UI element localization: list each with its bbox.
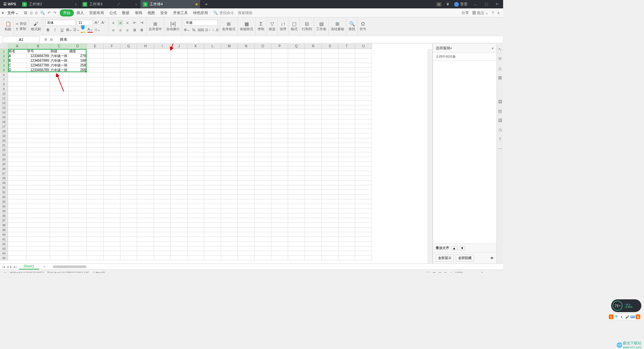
cell[interactable] [26, 129, 50, 134]
row-header[interactable]: 39 [0, 228, 8, 232]
cell[interactable] [120, 195, 137, 199]
cell[interactable] [120, 162, 137, 166]
cell[interactable] [338, 199, 355, 204]
cell[interactable] [68, 166, 87, 171]
cell[interactable] [87, 101, 104, 105]
cell[interactable] [305, 152, 322, 157]
menu-tab-layout[interactable]: 页面布局 [87, 9, 107, 17]
cell[interactable] [26, 185, 50, 190]
cell[interactable] [8, 181, 26, 185]
cell[interactable] [8, 195, 26, 199]
cell[interactable] [171, 96, 187, 101]
menu-tab-view[interactable]: 视图 [145, 9, 158, 17]
copy-button[interactable]: ⎘ 复制 [16, 27, 26, 31]
cell[interactable] [50, 124, 68, 129]
cell[interactable] [238, 162, 255, 166]
cell[interactable] [305, 68, 322, 72]
cell[interactable] [271, 228, 288, 232]
cell[interactable] [204, 213, 221, 218]
notif-badge[interactable]: 3 [436, 2, 441, 6]
cell[interactable] [322, 143, 338, 148]
comma-icon[interactable]: 000 [198, 27, 204, 33]
share-button[interactable]: 分享 [462, 10, 469, 15]
cell[interactable] [288, 185, 305, 190]
cell[interactable] [154, 176, 171, 181]
cell[interactable] [87, 148, 104, 152]
cell[interactable] [137, 58, 154, 63]
fill-color-button[interactable]: 🪣⌄ [80, 27, 86, 33]
cell[interactable] [338, 228, 355, 232]
cell[interactable] [255, 129, 271, 134]
cell[interactable] [338, 101, 355, 105]
cell[interactable] [171, 115, 187, 119]
cell[interactable]: 学号 [26, 49, 50, 54]
cell[interactable] [87, 166, 104, 171]
cell[interactable] [26, 171, 50, 176]
cell[interactable] [271, 166, 288, 171]
cell[interactable] [338, 54, 355, 58]
cell[interactable] [305, 204, 322, 209]
cell[interactable] [26, 162, 50, 166]
cell[interactable] [255, 96, 271, 101]
cell[interactable] [238, 138, 255, 143]
cell[interactable]: D [8, 68, 26, 72]
cell[interactable] [68, 218, 87, 223]
cell[interactable] [104, 223, 120, 228]
cell[interactable] [322, 72, 338, 77]
cell[interactable] [288, 101, 305, 105]
help2-icon[interactable]: ? [499, 137, 501, 142]
cell[interactable] [271, 251, 288, 256]
cell[interactable] [26, 115, 50, 119]
cell[interactable] [171, 242, 187, 246]
cell[interactable] [87, 58, 104, 63]
cell[interactable]: 姓名 [8, 49, 26, 54]
cell[interactable] [288, 49, 305, 54]
cell[interactable] [204, 87, 221, 91]
cell[interactable] [87, 195, 104, 199]
cell[interactable] [288, 256, 305, 260]
cell[interactable] [338, 49, 355, 54]
cell[interactable] [271, 54, 288, 58]
cell[interactable] [137, 228, 154, 232]
pane-close-icon[interactable]: × [492, 46, 494, 50]
cell[interactable] [204, 68, 221, 72]
cell[interactable] [68, 101, 87, 105]
cell[interactable] [104, 204, 120, 209]
cell[interactable] [255, 162, 271, 166]
cell[interactable] [338, 115, 355, 119]
cell[interactable] [271, 176, 288, 181]
cell[interactable]: C [8, 63, 26, 68]
cell[interactable] [204, 204, 221, 209]
cell[interactable] [26, 72, 50, 77]
cell[interactable] [355, 148, 372, 152]
cell[interactable] [271, 115, 288, 119]
cell[interactable] [154, 77, 171, 82]
cell[interactable] [120, 110, 137, 115]
cell[interactable] [137, 148, 154, 152]
cell[interactable] [154, 181, 171, 185]
cell[interactable] [8, 87, 26, 91]
cell[interactable] [305, 228, 322, 232]
col-header-E[interactable]: E [87, 44, 104, 49]
cell[interactable] [8, 246, 26, 251]
cell[interactable] [305, 143, 322, 148]
cell[interactable] [120, 218, 137, 223]
undo-icon[interactable]: ↶ [48, 11, 51, 15]
cell[interactable] [338, 82, 355, 87]
cell[interactable] [8, 171, 26, 176]
cell[interactable] [137, 119, 154, 124]
sheet-tab-1[interactable]: Sheet1 [19, 264, 40, 269]
cell[interactable] [221, 204, 238, 209]
cell[interactable] [288, 87, 305, 91]
cell[interactable] [221, 171, 238, 176]
cell[interactable] [137, 49, 154, 54]
cell[interactable] [322, 190, 338, 195]
cell[interactable] [187, 162, 204, 166]
cell[interactable] [154, 246, 171, 251]
cell[interactable] [288, 204, 305, 209]
cell[interactable] [104, 209, 120, 213]
cell[interactable] [288, 138, 305, 143]
col-header-K[interactable]: K [187, 44, 204, 49]
cell[interactable] [255, 199, 271, 204]
cell[interactable] [338, 68, 355, 72]
